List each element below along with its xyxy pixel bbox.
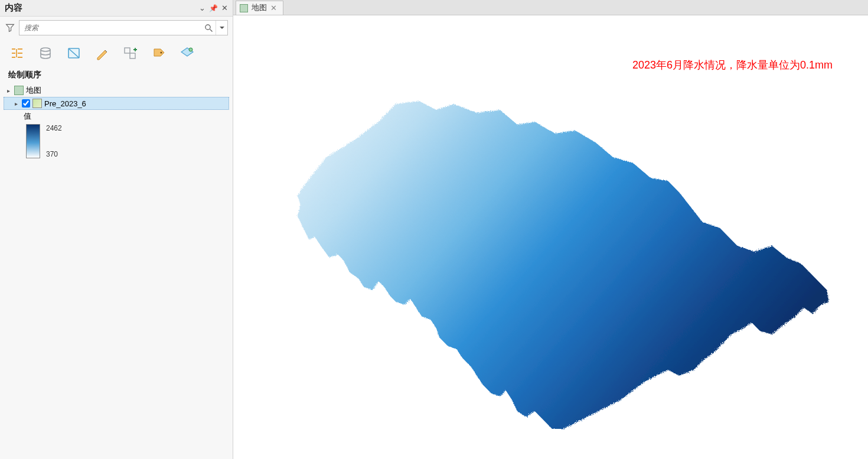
raster-layer-icon — [32, 99, 42, 108]
svg-point-5 — [160, 51, 162, 53]
map-tab-icon — [240, 4, 248, 12]
svg-point-1 — [41, 48, 50, 51]
map-tab-label: 地图 — [252, 3, 267, 13]
list-by-drawing-order-icon[interactable] — [8, 45, 26, 61]
contents-toolbar — [0, 40, 233, 69]
color-ramp-swatch — [26, 124, 40, 158]
caret-down-icon[interactable]: ▸ — [5, 87, 12, 94]
panel-title: 内容 — [5, 2, 22, 14]
map-frame-label: 地图 — [26, 85, 41, 96]
layer-tree: ▸ 地图 ▸ Pre_2023_6 值 2462 370 — [0, 84, 233, 158]
map-frame-icon — [14, 86, 24, 95]
list-by-perspective-icon[interactable] — [178, 45, 196, 61]
contents-panel: 内容 ⌄ 📌 ✕ — [0, 0, 233, 459]
ramp-high-label: 2462 — [46, 124, 62, 132]
map-frame-row[interactable]: ▸ 地图 — [4, 84, 229, 97]
panel-header: 内容 ⌄ 📌 ✕ — [0, 0, 233, 17]
map-canvas[interactable]: 2023年6月降水情况，降水量单位为0.1mm — [233, 15, 868, 459]
list-by-snapping-icon[interactable] — [122, 45, 139, 61]
panel-minimize-icon[interactable]: ⌄ — [199, 4, 205, 12]
panel-close-icon[interactable]: ✕ — [221, 4, 228, 12]
caret-down-icon[interactable]: ▸ — [12, 100, 19, 107]
map-tab[interactable]: 地图 ✕ — [236, 1, 283, 15]
layer-visibility-checkbox[interactable] — [22, 99, 30, 108]
list-by-source-icon[interactable] — [37, 45, 54, 61]
color-ramp-legend: 2462 370 — [4, 124, 229, 158]
value-heading-label: 值 — [24, 111, 31, 122]
color-ramp-labels: 2462 370 — [46, 124, 62, 158]
search-dropdown-icon[interactable] — [216, 21, 227, 35]
search-box — [19, 20, 228, 35]
tab-strip: 地图 ✕ — [233, 0, 868, 15]
layer-row[interactable]: ▸ Pre_2023_6 — [4, 97, 229, 110]
svg-rect-4 — [130, 53, 135, 58]
map-raster-shape — [263, 69, 841, 447]
app-root: 内容 ⌄ 📌 ✕ — [0, 0, 868, 459]
list-by-editing-icon[interactable] — [93, 45, 111, 61]
main-area: 地图 ✕ 2023年6月降水情况，降水量单位为0.1mm — [233, 0, 868, 459]
value-heading-row: 值 — [4, 110, 229, 123]
drawing-order-heading: 绘制顺序 — [0, 69, 233, 84]
filter-icon[interactable] — [5, 22, 15, 33]
svg-point-6 — [189, 48, 192, 51]
ramp-low-label: 370 — [46, 150, 62, 158]
list-by-labeling-icon[interactable] — [150, 45, 168, 61]
list-by-selection-icon[interactable] — [65, 45, 83, 61]
panel-pin-icon[interactable]: 📌 — [209, 5, 218, 12]
layer-name-label: Pre_2023_6 — [44, 99, 86, 108]
search-row — [0, 17, 233, 40]
svg-rect-3 — [125, 48, 130, 53]
svg-point-0 — [205, 24, 210, 29]
panel-window-controls: ⌄ 📌 ✕ — [199, 4, 228, 12]
tab-close-icon[interactable]: ✕ — [270, 4, 277, 12]
search-icon[interactable] — [201, 21, 216, 35]
search-input[interactable] — [19, 24, 201, 32]
